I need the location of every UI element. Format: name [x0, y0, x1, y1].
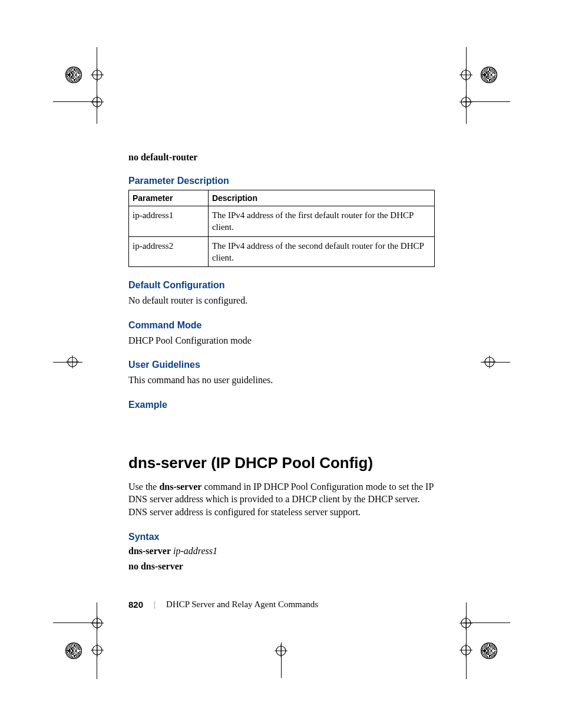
registration-mark-icon	[91, 644, 104, 657]
command-title: dns-server (IP DHCP Pool Config)	[128, 454, 435, 472]
table-header-description: Description	[208, 190, 434, 206]
table-cell-desc: The IPv4 address of the second default r…	[208, 236, 434, 267]
registration-mark-icon	[459, 68, 472, 81]
heading-command-mode: Command Mode	[128, 320, 435, 331]
command-mode-body: DHCP Pool Configuration mode	[128, 334, 435, 347]
registration-mark-icon	[91, 617, 104, 630]
footer-text: DHCP Server and Relay Agent Commands	[166, 599, 318, 610]
table-cell-param: ip-address1	[129, 206, 209, 237]
crop-rosette-icon	[481, 67, 497, 83]
registration-mark-icon	[459, 644, 472, 657]
crop-rosette-icon	[481, 643, 497, 659]
syntax-arg: ip-address1	[173, 546, 217, 556]
registration-mark-icon	[459, 95, 472, 108]
page-footer: 820 | DHCP Server and Relay Agent Comman…	[128, 599, 318, 610]
command-intro-bold: dns-server	[159, 482, 201, 492]
crop-line	[97, 602, 97, 679]
registration-mark-icon	[275, 644, 287, 657]
heading-example: Example	[128, 400, 435, 410]
registration-mark-icon	[459, 617, 472, 630]
command-intro-pre: Use the	[128, 482, 159, 492]
page-number: 820	[128, 599, 143, 610]
registration-mark-icon	[66, 355, 79, 368]
crop-line	[466, 47, 467, 124]
crop-line	[466, 602, 467, 679]
crop-rosette-icon	[65, 643, 82, 659]
table-cell-desc: The IPv4 address of the first default ro…	[208, 206, 434, 237]
parameter-table: Parameter Description ip-address1 The IP…	[128, 190, 435, 267]
syntax-cmd: dns-server	[128, 546, 171, 556]
table-header-parameter: Parameter	[129, 190, 209, 206]
syntax-line-2: no dns-server	[128, 561, 435, 572]
heading-syntax: Syntax	[128, 532, 435, 542]
syntax-line-1: dns-server ip-address1	[128, 546, 435, 556]
content-area: no default-router Parameter Description …	[128, 152, 435, 577]
crop-rosette-icon	[65, 67, 82, 83]
table-cell-param: ip-address2	[129, 236, 209, 267]
heading-parameter-description: Parameter Description	[128, 176, 435, 186]
user-guidelines-body: This command has no user guidelines.	[128, 374, 435, 387]
table-row: ip-address1 The IPv4 address of the firs…	[129, 206, 435, 237]
heading-user-guidelines: User Guidelines	[128, 360, 435, 370]
registration-mark-icon	[91, 95, 104, 108]
table-header-row: Parameter Description	[129, 190, 435, 206]
default-configuration-body: No default router is configured.	[128, 294, 435, 307]
pre-command: no default-router	[128, 152, 435, 163]
command-intro: Use the dns-server command in IP DHCP Po…	[128, 480, 435, 519]
footer-separator: |	[154, 599, 156, 610]
registration-mark-icon	[91, 68, 104, 81]
heading-default-configuration: Default Configuration	[128, 280, 435, 291]
crop-line	[97, 47, 97, 124]
table-row: ip-address2 The IPv4 address of the seco…	[129, 236, 435, 267]
page: no default-router Parameter Description …	[0, 0, 562, 728]
syntax-no-cmd: no dns-server	[128, 561, 183, 571]
registration-mark-icon	[483, 355, 496, 368]
